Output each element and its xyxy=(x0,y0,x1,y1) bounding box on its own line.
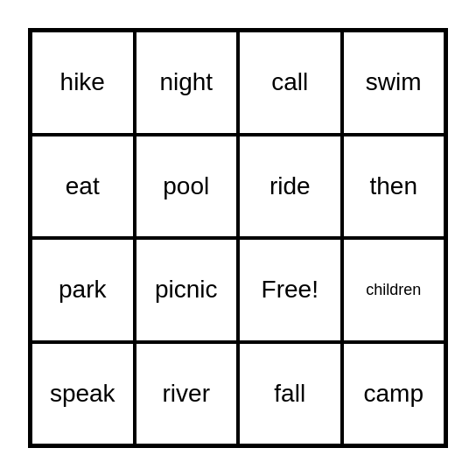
cell-pool-label: pool xyxy=(163,172,209,200)
cell-children-label: children xyxy=(366,281,421,299)
cell-pool: pool xyxy=(135,135,239,239)
cell-then-label: then xyxy=(370,172,418,200)
cell-camp-label: camp xyxy=(364,380,424,408)
cell-night: night xyxy=(135,31,239,135)
cell-camp: camp xyxy=(342,342,446,446)
cell-park: park xyxy=(31,238,135,342)
cell-picnic-label: picnic xyxy=(155,276,218,304)
bingo-grid: hikenightcallswimeatpoolridethenparkpicn… xyxy=(28,28,448,448)
cell-speak-label: speak xyxy=(50,380,116,408)
cell-call: call xyxy=(238,31,342,135)
cell-eat-label: eat xyxy=(66,172,100,200)
cell-fall: fall xyxy=(238,342,342,446)
cell-call-label: call xyxy=(271,68,308,96)
cell-river-label: river xyxy=(163,380,210,408)
cell-hike: hike xyxy=(31,31,135,135)
cell-swim: swim xyxy=(342,31,446,135)
cell-ride-label: ride xyxy=(270,172,311,200)
cell-then: then xyxy=(342,135,446,239)
cell-eat: eat xyxy=(31,135,135,239)
cell-speak: speak xyxy=(31,342,135,446)
cell-river: river xyxy=(135,342,239,446)
cell-hike-label: hike xyxy=(60,68,105,96)
cell-ride: ride xyxy=(238,135,342,239)
cell-park-label: park xyxy=(59,276,106,304)
cell-swim-label: swim xyxy=(366,68,422,96)
cell-picnic: picnic xyxy=(135,238,239,342)
cell-children: children xyxy=(342,238,446,342)
cell-fall-label: fall xyxy=(274,380,305,408)
cell-night-label: night xyxy=(159,68,213,96)
cell-free-label: Free! xyxy=(262,276,318,304)
cell-free: Free! xyxy=(238,238,342,342)
